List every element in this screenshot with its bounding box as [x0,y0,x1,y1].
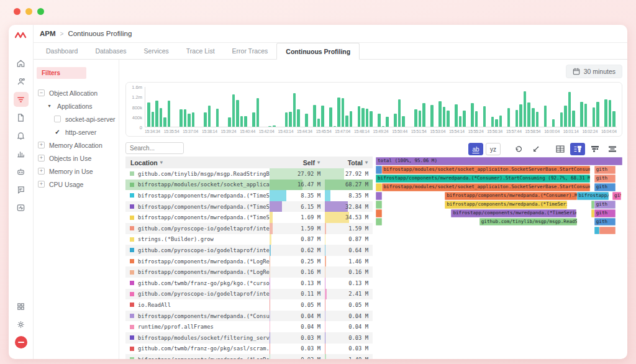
collapse-minus-icon[interactable]: − [38,89,45,96]
flame-frame[interactable]: bifrostapp/components/mwredpanda.(*TimeS… [451,209,576,217]
flame-frame[interactable]: bifrostapp/components/mwredpanda.(*Consu… [376,175,590,183]
filter-item-http-server[interactable]: ✓http-server [37,125,116,139]
table-row[interactable]: bifrostapp/components/mwredpanda.(*TimeS… [125,201,373,212]
documents-icon[interactable] [14,110,29,125]
table-row[interactable]: runtime/pprof.allFrames0.04 M0.04 M [125,321,373,332]
table-row[interactable]: bifrostapp/components/mwredpanda.(*LogRe… [125,256,373,267]
tab-trace-list[interactable]: Trace List [178,43,224,59]
flame-frame[interactable]: gith [594,175,616,183]
table-view-button[interactable] [553,143,568,155]
flame-frame[interactable]: github.com/tinylib/msgp/msgp.ReadStringB… [479,218,577,226]
team-icon[interactable] [14,74,29,89]
table-row[interactable]: github.com/tinylib/msgp/msgp.ReadStringB… [125,168,373,180]
highlight-matches-button[interactable]: ab [468,143,483,155]
time-range-button[interactable]: 30 minutes [566,65,622,78]
flame-frame[interactable]: gith [594,166,616,174]
tab-error-traces[interactable]: Error Traces [224,43,277,59]
apps-icon[interactable] [14,299,29,314]
tab-databases[interactable]: Databases [86,43,135,59]
alerts-icon[interactable] [14,128,29,143]
app-logo-icon[interactable] [15,31,27,42]
filter-item-socket-api-server[interactable]: socket-api-server [37,112,116,125]
support-icon[interactable] [14,182,29,197]
flame-frame[interactable] [594,227,600,235]
flame-frame[interactable]: bifrostapp/modules/socket/socket_applica… [382,166,591,174]
chart-bar [422,103,425,127]
filter-item-objects-in-use[interactable]: +Objects in Use [37,152,116,165]
flame-frame[interactable] [376,192,382,200]
filter-item-applications[interactable]: ▾Applications [37,99,116,112]
value-text: 6.15 M [301,201,320,212]
search-input[interactable] [125,142,184,154]
flame-frame[interactable]: bifrostapp/co [577,192,609,200]
expand-plus-icon[interactable]: + [38,155,45,162]
flame-frame[interactable]: bifrostapp/components/mwredpanda.(*TimeS… [445,201,567,209]
profiling-icon[interactable] [14,92,29,107]
maximize-window-button[interactable] [37,8,44,15]
monitors-icon[interactable] [14,200,29,215]
breadcrumb-root[interactable]: APM [40,30,56,37]
checkbox-checked-icon[interactable]: ✓ [54,129,61,135]
table-row[interactable]: bifrostapp/components/mwredpanda.(*LogRe… [125,354,373,359]
x-tick-label: 15:34:34 [145,129,160,134]
settings-icon[interactable] [14,317,29,332]
caret-down-icon[interactable]: ▾ [46,102,53,109]
filter-item-cpu-usage[interactable]: +CPU Usage [37,178,116,191]
table-row[interactable]: github.com/twmb/franz-go/pkg/sasl/scram.… [125,344,373,355]
filter-item-memory-allocation[interactable]: +Memory Allocation [37,139,116,152]
flame-frame[interactable]: gith [594,209,616,217]
expand-plus-icon[interactable]: + [38,142,45,148]
table-flame-view-button[interactable] [570,143,585,155]
flame-frame[interactable]: git [612,192,620,200]
flame-frame[interactable]: gith [594,218,616,226]
flame-frame[interactable]: bifrostapp/components/mwredpanda.(*Consu… [445,192,576,200]
flame-frame[interactable]: gith [594,183,616,191]
table-row[interactable]: bifrostapp/modules/socket/socket_applica… [125,180,373,191]
flame-frame[interactable] [376,183,382,191]
filter-item-memory-in-use[interactable]: +Memory in Use [37,165,116,178]
column-self[interactable]: Self▾ [270,159,325,166]
reset-view-icon[interactable] [528,143,543,155]
profile-avatar[interactable] [14,335,29,350]
table-row[interactable]: bifrostapp/components/mwredpanda.(*LogRe… [125,266,373,278]
table-row[interactable]: bifrostapp/modules/socket/filtering_serv… [125,332,373,344]
tab-services[interactable]: Services [135,43,178,59]
fit-mode-button[interactable]: yz [486,143,501,155]
undo-icon[interactable] [511,143,525,155]
flame-frame[interactable]: gith [594,201,616,209]
table-row[interactable]: github.com/pyroscope-io/godeltaprof/inte… [125,245,373,256]
flame-frame[interactable]: bifrostapp/modules/socket/socket_applica… [382,183,591,191]
close-window-button[interactable] [14,8,20,15]
flame-frame[interactable] [376,201,382,209]
x-tick-label: 15:42:04 [259,129,275,134]
checkbox-unchecked-icon[interactable] [54,116,61,122]
table-row[interactable]: bifrostapp/components/mwredpanda.(*TimeS… [125,190,373,201]
flame-frame[interactable]: total (100%, 95.06 M) [376,157,622,165]
flame-frame[interactable] [599,227,615,235]
tab-continuous-profiling[interactable]: Continuous Profiling [276,43,360,60]
filter-item-object-allocation[interactable]: −Object Allocation [37,86,116,99]
home-icon[interactable] [14,56,29,71]
table-row[interactable]: github.com/twmb/franz-go/pkg/kgo.(*curso… [125,278,373,289]
column-total[interactable]: Total▾ [325,159,373,166]
flame-frame[interactable] [376,209,382,217]
assistant-icon[interactable] [14,164,29,179]
table-row[interactable]: github.com/pyroscope-io/godeltaprof/inte… [125,223,373,234]
sandwich-view-button[interactable] [605,143,620,155]
flame-frame[interactable] [376,166,382,174]
analytics-icon[interactable] [14,146,29,161]
table-row[interactable]: strings.(*Builder).grow0.87 M0.87 M [125,234,373,245]
table-row[interactable]: github.com/pyroscope-io/godeltaprof/inte… [125,289,373,300]
value-bar [270,212,273,223]
flame-view-button[interactable] [588,143,602,155]
table-row[interactable]: bifrostapp/components/mwredpanda.(*Consu… [125,311,373,322]
expand-plus-icon[interactable]: + [38,168,45,175]
chart-bar [179,109,183,127]
table-row[interactable]: io.ReadAll0.05 M0.05 M [125,299,373,311]
table-row[interactable]: bifrostapp/components/mwredpanda.(*TimeS… [125,212,373,223]
flame-frame[interactable] [376,218,382,226]
minimize-window-button[interactable] [25,8,32,15]
tab-dashboard[interactable]: Dashboard [37,43,86,59]
expand-plus-icon[interactable]: + [38,181,45,188]
column-location[interactable]: Location▾ [125,159,270,166]
